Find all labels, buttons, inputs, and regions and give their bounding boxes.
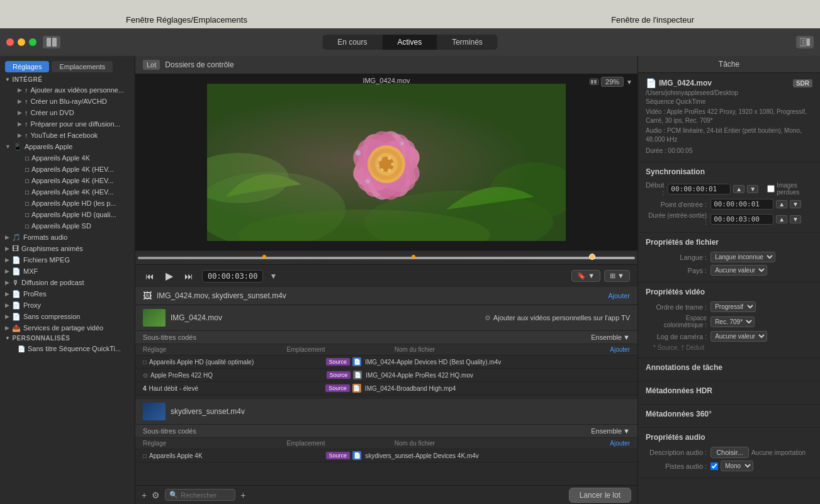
minimize-button[interactable] <box>18 38 25 46</box>
inspector-log-camera-select[interactable]: Aucune valeur <box>710 331 767 342</box>
add-button[interactable]: + <box>142 490 147 500</box>
debut-down[interactable]: ▼ <box>747 185 758 193</box>
video-frame <box>135 74 637 250</box>
inspector-debut-input[interactable] <box>668 184 731 194</box>
job1-row3-label: Haut débit - élevé <box>149 385 326 392</box>
job1-add[interactable]: Ajouter <box>608 292 630 300</box>
inspector-pistes-audio-select[interactable]: Mono <box>721 461 753 471</box>
play-button[interactable]: ▶ <box>163 269 176 283</box>
inspector-ordre-trame-select[interactable]: Progressif <box>710 301 756 312</box>
inspector-ordre-trame-value: Progressif <box>710 301 812 312</box>
inspector-video-section: Propriétés vidéo Ordre de trame : Progre… <box>638 283 820 358</box>
settings-button[interactable]: ⚙ <box>152 490 160 500</box>
timeline-scrubber[interactable] <box>135 250 637 264</box>
bookmark-button[interactable]: 🔖 ▼ <box>571 270 600 282</box>
search-input[interactable] <box>181 491 231 499</box>
inspector-annotations-section: Annotations de tâche <box>638 358 820 381</box>
job1-row2-file-icon: 📄 <box>353 371 362 379</box>
layout-icon[interactable] <box>43 36 60 48</box>
inspector-duree-entree-input[interactable] <box>710 214 773 225</box>
section-integre-header: ▼ INTÉGRÉ <box>0 75 135 84</box>
job2-ensemble[interactable]: Ensemble ▼ <box>591 427 630 435</box>
inspector-point-entree-input[interactable] <box>710 199 773 210</box>
sidebar-item-sans-titre[interactable]: 📄 Sans titre Séquence QuickTi... <box>0 343 135 354</box>
sidebar-item-apple-hd-quali[interactable]: □ Appareils Apple HD (quali... <box>0 209 135 220</box>
sidebar-item-partage-video[interactable]: ▶📤 Services de partage vidéo <box>0 322 135 333</box>
sidebar-item-appareils-apple[interactable]: ▼📱 Appareils Apple <box>0 141 135 152</box>
job1-ensemble[interactable]: Ensemble ▼ <box>591 333 630 341</box>
inspector-video-title: Propriétés vidéo <box>646 288 812 296</box>
inspector-espace-colo-select[interactable]: Rec. 709* <box>710 316 755 327</box>
sidebar-item-apple-4k-hev2[interactable]: □ Appareils Apple 4K (HEV... <box>0 175 135 186</box>
sidebar: Réglages Emplacements ▼ INTÉGRÉ ▶↑ Ajout… <box>0 56 135 504</box>
close-button[interactable] <box>6 38 14 46</box>
zoom-value[interactable]: 29% <box>601 77 624 87</box>
sidebar-item-sans-compression[interactable]: ▶📄 Sans compression <box>0 311 135 322</box>
point-entree-down[interactable]: ▼ <box>790 200 801 208</box>
annotation-left: Fenêtre Réglages/Emplacements <box>126 15 247 25</box>
skip-back-button[interactable]: ⏮ <box>143 270 157 283</box>
inspector-toggle-icon[interactable] <box>796 36 814 48</box>
sidebar-item-apple-4k[interactable]: □ Appareils Apple 4K <box>0 152 135 164</box>
inspector-audio-meta: Audio : PCM linéaire, 24-bit Entier (pet… <box>646 126 812 144</box>
inspector-pistes-audio-value: Mono <box>710 461 812 471</box>
desc-audio-choose-btn[interactable]: Choisir... <box>710 447 749 458</box>
duree-entree-up[interactable]: ▲ <box>776 215 787 223</box>
layout-btn[interactable]: ⊞ ▼ <box>604 270 630 282</box>
inspector-pays-select[interactable]: Aucune valeur <box>710 265 767 276</box>
debut-up[interactable]: ▲ <box>733 185 744 193</box>
inspector-langue-select[interactable]: Langue inconnue <box>710 252 775 262</box>
sidebar-item-mxf[interactable]: ▶📄 MXF <box>0 266 135 277</box>
job1-soustitres-label: Sous-titres codés <box>143 333 196 341</box>
pistes-audio-checkbox[interactable] <box>710 462 718 470</box>
sidebar-item-diffusion[interactable]: ▶↑ Préparer pour une diffusion... <box>0 118 135 130</box>
inspector-desc-audio-label: Description audio : <box>646 449 707 456</box>
sidebar-item-graphismes[interactable]: ▶🎞 Graphismes animés <box>0 243 135 254</box>
sidebar-item-apple-4k-hev1[interactable]: □ Appareils Apple 4K (HEV... <box>0 164 135 175</box>
inspector-annotations-title: Annotations de tâche <box>646 363 812 372</box>
tab-en-cours[interactable]: En cours <box>322 35 382 50</box>
bottom-bar: + ⚙ 🔍 + Lancer le lot <box>135 485 637 504</box>
skip-forward-button[interactable]: ⏭ <box>182 270 196 283</box>
sidebar-item-proxy[interactable]: ▶📄 Proxy <box>0 300 135 311</box>
job1-row3-filename: IMG_0424-Broadband High.mp4 <box>365 385 630 392</box>
job1-header: 🖼 IMG_0424.mov, skydivers_sunset.m4v Ajo… <box>135 287 637 305</box>
inspector-fichier-section: Propriétés de fichier Langue : Langue in… <box>638 233 820 283</box>
launch-button[interactable]: Lancer le lot <box>569 488 631 503</box>
transport-bar: ⏮ ▶ ⏭ 00:00:03:00 ▼ 🔖 ▼ ⊞ ▼ <box>135 264 637 287</box>
sidebar-item-prores[interactable]: ▶📄 ProRes <box>0 288 135 300</box>
sidebar-item-apple-sd[interactable]: □ Appareils Apple SD <box>0 220 135 232</box>
sidebar-item-bluray[interactable]: ▶↑ Créer un Blu-ray/AVCHD <box>0 96 135 107</box>
sidebar-item-apple-4k-hev3[interactable]: □ Appareils Apple 4K (HEV... <box>0 186 135 198</box>
sidebar-item-fichiers-mpeg[interactable]: ▶📄 Fichiers MPEG <box>0 254 135 266</box>
sidebar-item-ajouter-videos[interactable]: ▶↑ Ajouter aux vidéos personne... <box>0 84 135 96</box>
sidebar-item-dvd[interactable]: ▶↑ Créer un DVD <box>0 107 135 118</box>
duree-entree-down[interactable]: ▼ <box>790 215 801 223</box>
job1-row2-source: Source <box>327 371 351 379</box>
inspector-audio-section: Propriétés audio Description audio : Cho… <box>638 428 820 478</box>
inspector-desc-audio-value: Choisir... Aucune importation <box>710 447 812 458</box>
section-perso-header: ▼ PERSONNALISÉS <box>0 333 135 343</box>
video-filename: IMG_0424.mov <box>362 77 410 84</box>
video-zoom-control[interactable]: 29% ▼ <box>590 77 632 87</box>
point-entree-up[interactable]: ▲ <box>776 200 787 208</box>
sidebar-item-podcast[interactable]: ▶🎙 Diffusion de podcast <box>0 277 135 288</box>
sidebar-item-formats-audio[interactable]: ▶🎵 Formats audio <box>0 232 135 243</box>
images-perdues-checkbox[interactable] <box>767 185 775 193</box>
inspector-header: Tâche <box>638 56 820 73</box>
job2-row1-file-icon: 📄 <box>352 451 361 460</box>
job1-soustitres-bar: Sous-titres codés Ensemble ▼ <box>135 331 637 344</box>
sidebar-tab-reglages[interactable]: Réglages <box>5 61 49 72</box>
maximize-button[interactable] <box>29 38 37 46</box>
tab-actives[interactable]: Actives <box>382 35 437 50</box>
inspector-ordre-trame-row: Ordre de trame : Progressif <box>646 300 812 313</box>
add-bottom-button[interactable]: + <box>240 490 245 500</box>
svg-rect-3 <box>807 38 810 46</box>
sidebar-item-apple-hd-les[interactable]: □ Appareils Apple HD (les p... <box>0 198 135 209</box>
job1-ajouter[interactable]: Ajouter <box>610 346 630 353</box>
sidebar-item-youtube[interactable]: ▶↑ YouTube et Facebook <box>0 130 135 141</box>
sidebar-tab-emplacements[interactable]: Emplacements <box>52 61 113 72</box>
job2-ajouter[interactable]: Ajouter <box>610 440 630 447</box>
sidebar-tabs: Réglages Emplacements <box>0 59 135 75</box>
tab-termines[interactable]: Terminés <box>437 35 498 50</box>
